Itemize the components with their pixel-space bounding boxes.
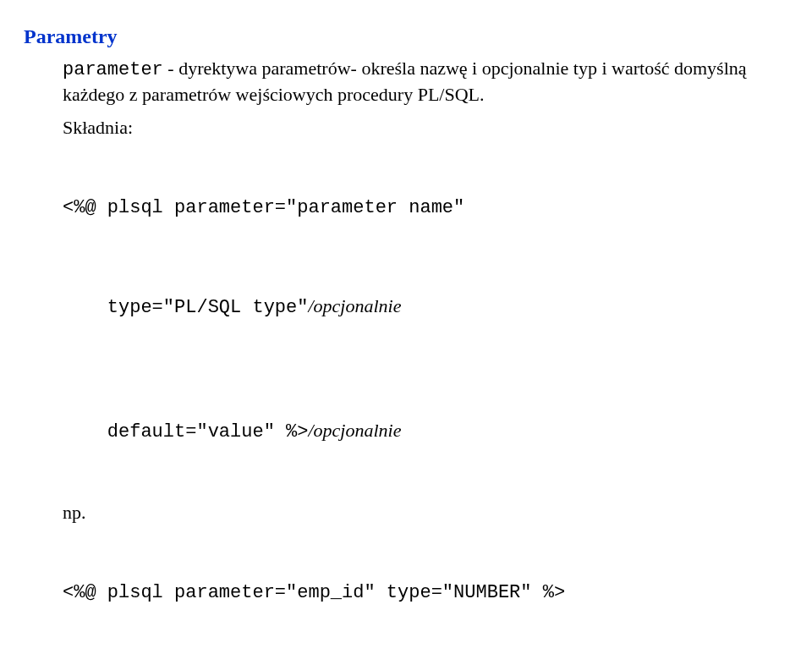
np-label: np. bbox=[63, 500, 778, 525]
syntax-line3-mono: default="value" %> bbox=[107, 421, 309, 442]
syntax-line2-italic: /opcjonalnie bbox=[308, 295, 401, 316]
syntax-line3: default="value" %>/opcjonalnie bbox=[63, 393, 778, 469]
intro-lead-mono: parameter bbox=[63, 59, 163, 80]
intro-lead-text: - dyrektywa parametrów- określa nazwę i … bbox=[63, 58, 747, 105]
intro-paragraph: parameter - dyrektywa parametrów- określ… bbox=[63, 56, 778, 107]
section-title: Parametry bbox=[24, 24, 778, 51]
syntax-line2: type="PL/SQL type"/opcjonalnie bbox=[63, 269, 778, 344]
syntax-line3-italic: /opcjonalnie bbox=[308, 420, 401, 441]
syntax-label: Składnia: bbox=[63, 115, 778, 140]
syntax-block: <%@ plsql parameter="parameter name" typ… bbox=[63, 146, 778, 493]
syntax-line1: <%@ plsql parameter="parameter name" bbox=[63, 195, 778, 220]
code-example: <%@ plsql parameter="emp_id" type="NUMBE… bbox=[63, 531, 778, 654]
code-line-1: <%@ plsql parameter="emp_id" type="NUMBE… bbox=[63, 580, 778, 605]
syntax-line2-mono: type="PL/SQL type" bbox=[107, 297, 309, 318]
